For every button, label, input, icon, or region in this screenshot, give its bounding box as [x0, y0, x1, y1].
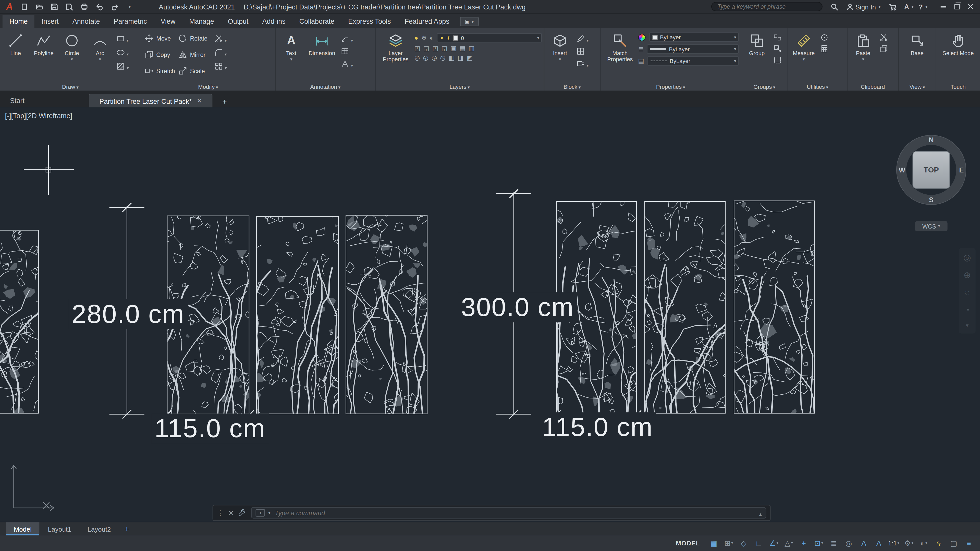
quick-calculator-button[interactable]	[820, 44, 829, 53]
command-line-bar[interactable]: ⋮ ✕ ▾	[213, 505, 771, 521]
model-space-toggle[interactable]: MODEL	[676, 540, 700, 547]
dimension-left-height[interactable]: 280.0 cm	[68, 299, 188, 329]
mirror-button[interactable]: Mirror	[177, 50, 212, 59]
tab-parametric[interactable]: Parametric	[107, 15, 154, 28]
selection-cycling-toggle[interactable]: ◎	[842, 540, 855, 547]
view-panel-label[interactable]: View	[899, 84, 935, 90]
make-current-icon[interactable]: ◳	[414, 46, 420, 52]
close-button[interactable]	[964, 1, 977, 12]
viewcube-south[interactable]: S	[929, 196, 934, 203]
base-button[interactable]: Base	[904, 30, 931, 57]
tab-model[interactable]: Model	[6, 522, 39, 535]
viewport-visual-style-control[interactable]: [2D Wireframe]	[26, 112, 72, 119]
tab-annotate[interactable]: Annotate	[65, 15, 107, 28]
touch-panel-label[interactable]: Touch	[936, 84, 980, 90]
layer-freeze-all-icon[interactable]: ◴	[414, 55, 420, 61]
tab-addins[interactable]: Add-ins	[256, 15, 293, 28]
viewport-minimize-control[interactable]: [-]	[5, 112, 11, 119]
table-button[interactable]	[341, 47, 353, 56]
command-close-icon[interactable]: ✕	[228, 509, 234, 517]
previous-layer-icon[interactable]: ◰	[432, 46, 438, 52]
tab-manage[interactable]: Manage	[182, 15, 221, 28]
block-panel-label[interactable]: Block	[544, 84, 600, 90]
new-drawing-tab-button[interactable]: +	[219, 96, 230, 107]
measure-button[interactable]: Measure	[790, 30, 818, 62]
close-tab-icon[interactable]: ✕	[197, 97, 202, 104]
tab-layout2[interactable]: Layout2	[80, 522, 118, 535]
utilities-panel-label[interactable]: Utilities	[788, 84, 847, 90]
dimension-button[interactable]: Dimension	[306, 30, 338, 57]
dimension-right-height[interactable]: 300.0 cm	[458, 292, 577, 322]
annotation-panel-label[interactable]: Annotation	[275, 84, 375, 90]
lineweight-dropdown[interactable]: ByLayer	[647, 44, 739, 54]
layer-thaw-all-icon[interactable]: ◵	[423, 55, 428, 61]
layers-panel-label[interactable]: Layers	[375, 84, 544, 90]
properties-panel-label[interactable]: Properties	[600, 84, 741, 90]
layer-freeze-icon[interactable]: ❄	[422, 35, 427, 41]
save-as-button[interactable]	[62, 1, 76, 12]
layer-state-icon[interactable]: ▣	[450, 46, 456, 52]
tab-layout1[interactable]: Layout1	[40, 522, 79, 535]
clipboard-panel-label[interactable]: Clipboard	[848, 84, 898, 90]
workspace-switching-control[interactable]: ⚙	[902, 540, 915, 547]
id-point-button[interactable]	[820, 33, 829, 42]
app-store-button[interactable]	[886, 1, 899, 12]
restore-button[interactable]	[950, 1, 964, 12]
match-layer-icon[interactable]: ◱	[423, 46, 429, 52]
zoom-icon[interactable]: ◌	[965, 288, 970, 297]
hatch-button[interactable]	[116, 61, 128, 72]
viewcube-top-face[interactable]: TOP	[913, 151, 950, 189]
tab-express-tools[interactable]: Express Tools	[341, 15, 398, 28]
search-button[interactable]	[827, 1, 841, 12]
plot-button[interactable]	[78, 1, 91, 12]
layer-on-all-icon[interactable]: ◶	[431, 55, 437, 61]
lineweight-toggle[interactable]: ≣	[827, 540, 840, 547]
graphics-performance-toggle[interactable]: ϟ	[932, 540, 945, 547]
layer-isolate-icon[interactable]: ◐	[430, 35, 434, 41]
object-snap-tracking-toggle[interactable]: +	[797, 540, 810, 547]
help-search-box[interactable]	[711, 2, 822, 11]
copy-clip-button[interactable]	[880, 44, 888, 53]
redo-button[interactable]	[107, 1, 121, 12]
tab-output[interactable]: Output	[221, 15, 256, 28]
group-button[interactable]: Group	[743, 30, 771, 57]
tab-insert[interactable]: Insert	[35, 15, 65, 28]
cut-clip-button[interactable]	[880, 33, 888, 42]
recent-commands-icon[interactable]	[759, 507, 762, 519]
viewcube[interactable]: N W E S TOP	[897, 135, 966, 204]
linetype-dropdown[interactable]: ByLayer	[648, 56, 738, 65]
object-snap-toggle[interactable]: ⊡	[813, 540, 825, 547]
drawing-canvas[interactable]: [-] [Top] [2D Wireframe] 280.0 cm 115.0 …	[0, 107, 980, 522]
polyline-button[interactable]: Polyline	[30, 30, 58, 57]
minimize-button[interactable]	[936, 1, 950, 12]
copy-button[interactable]: Copy	[143, 50, 177, 59]
layer-off-all-icon[interactable]: ◷	[440, 55, 445, 61]
sign-in-button[interactable]: Sign In ▾	[846, 3, 880, 10]
trim-button[interactable]	[215, 33, 226, 44]
draw-panel-label[interactable]: Draw	[0, 84, 141, 90]
text-style-button[interactable]	[341, 58, 353, 69]
save-button[interactable]	[48, 1, 61, 12]
match-properties-button[interactable]: Match Properties	[603, 30, 638, 63]
paste-button[interactable]: Paste	[850, 30, 877, 62]
group-edit-button[interactable]	[773, 44, 782, 53]
tab-home[interactable]: Home	[3, 15, 35, 28]
infer-constraints-toggle[interactable]: ◇	[738, 540, 750, 547]
select-mode-button[interactable]: Select Mode	[941, 30, 976, 57]
tab-featured-apps[interactable]: Featured Apps	[398, 15, 456, 28]
layer-properties-button[interactable]: Layer Properties	[377, 30, 414, 63]
ribbon-options-button[interactable]: ▣▾	[460, 17, 479, 26]
rectangle-button[interactable]	[116, 33, 128, 44]
snap-mode-toggle[interactable]: ⊞	[722, 540, 735, 547]
chevron-down-icon[interactable]: ▾	[966, 323, 969, 329]
ortho-mode-toggle[interactable]: ∟	[752, 540, 765, 547]
text-button[interactable]: A Text	[277, 30, 305, 62]
annotation-scale-control[interactable]: 1:1	[888, 540, 900, 546]
ungroup-button[interactable]	[773, 33, 782, 42]
layer-lock-icon[interactable]: ▤	[460, 46, 466, 52]
command-input[interactable]	[274, 508, 756, 517]
polar-tracking-toggle[interactable]: ∠	[767, 540, 780, 547]
customization-menu-button[interactable]: ≡	[963, 540, 975, 547]
move-button[interactable]: Move	[143, 33, 177, 43]
grid-toggle[interactable]: ▦	[708, 540, 720, 547]
